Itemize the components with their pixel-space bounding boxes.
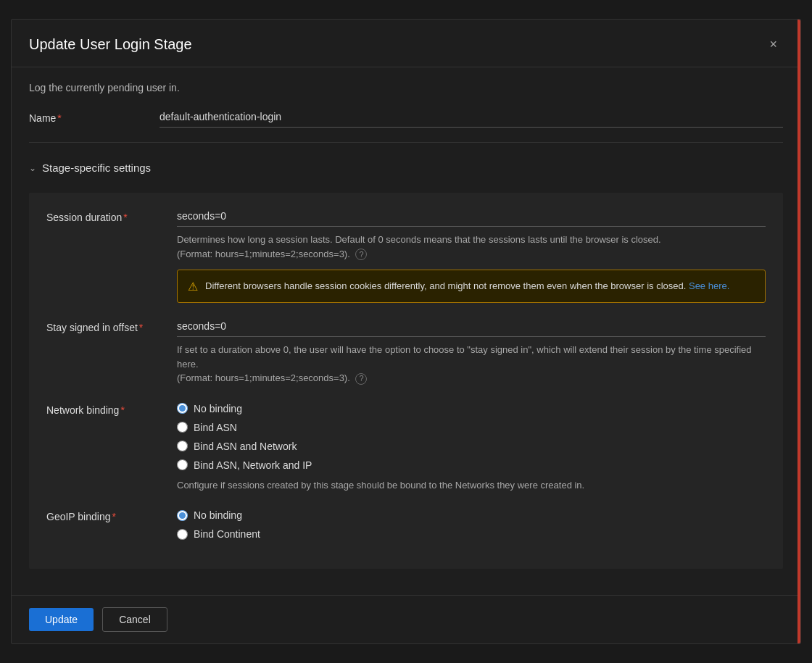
- network-label-bind-asn: Bind ASN: [194, 422, 237, 433]
- geoip-binding-wrap: No binding Bind Continent: [177, 506, 766, 540]
- modal-header: Update User Login Stage ×: [12, 20, 800, 67]
- geoip-radio-bind-continent[interactable]: [177, 529, 188, 540]
- network-binding-label: Network binding*: [46, 400, 177, 416]
- chevron-down-icon: ⌄: [29, 163, 36, 173]
- modal-overlay: Update User Login Stage × Log the curren…: [0, 0, 812, 663]
- geoip-option-no-binding[interactable]: No binding: [177, 509, 766, 521]
- section-header[interactable]: ⌄ Stage-specific settings: [29, 154, 783, 181]
- modal-accent-bar: [798, 20, 800, 643]
- network-binding-wrap: No binding Bind ASN Bind ASN and Network: [177, 400, 766, 493]
- modal-body: Log the currently pending user in. Name*…: [12, 67, 800, 595]
- network-option-bind-asn-network-ip[interactable]: Bind ASN, Network and IP: [177, 459, 766, 471]
- session-duration-desc: Determines how long a session lasts. Def…: [177, 233, 766, 261]
- close-button[interactable]: ×: [763, 34, 783, 55]
- name-input-wrap: [160, 108, 783, 128]
- name-label: Name*: [29, 108, 160, 124]
- settings-section: Session duration* Determines how long a …: [29, 193, 783, 569]
- modal-subtitle: Log the currently pending user in.: [29, 82, 783, 93]
- update-button[interactable]: Update: [29, 608, 94, 631]
- stay-signed-label: Stay signed in offset*: [46, 317, 177, 333]
- modal-footer: Update Cancel: [12, 595, 800, 643]
- session-duration-help-icon[interactable]: ?: [355, 249, 367, 260]
- geoip-option-bind-continent[interactable]: Bind Continent: [177, 528, 766, 540]
- stay-signed-input[interactable]: [177, 317, 766, 337]
- network-radio-bind-asn-network-ip[interactable]: [177, 459, 188, 470]
- geoip-label-bind-continent: Bind Continent: [194, 528, 260, 540]
- session-duration-input[interactable]: [177, 207, 766, 227]
- session-duration-wrap: Determines how long a session lasts. Def…: [177, 207, 766, 303]
- network-option-no-binding[interactable]: No binding: [177, 403, 766, 414]
- geoip-radio-no-binding[interactable]: [177, 510, 188, 521]
- network-radio-no-binding[interactable]: [177, 403, 188, 414]
- geoip-label-no-binding: No binding: [194, 509, 242, 521]
- session-warning-box: ⚠ Different browsers handle session cook…: [177, 270, 766, 303]
- modal-dialog: Update User Login Stage × Log the curren…: [11, 19, 801, 644]
- geoip-binding-row: GeoIP binding* No binding Bind Continent: [46, 506, 766, 540]
- network-label-no-binding: No binding: [194, 403, 242, 414]
- network-radio-bind-asn-network[interactable]: [177, 441, 188, 451]
- section-header-label: Stage-specific settings: [42, 162, 151, 174]
- cancel-button[interactable]: Cancel: [102, 607, 167, 632]
- stay-signed-row: Stay signed in offset* If set to a durat…: [46, 317, 766, 385]
- network-binding-radio-group: No binding Bind ASN Bind ASN and Network: [177, 403, 766, 471]
- divider: [29, 142, 783, 143]
- network-binding-row: Network binding* No binding Bind ASN: [46, 400, 766, 493]
- modal-title: Update User Login Stage: [29, 36, 192, 53]
- stay-signed-wrap: If set to a duration above 0, the user w…: [177, 317, 766, 385]
- session-duration-row: Session duration* Determines how long a …: [46, 207, 766, 303]
- geoip-binding-radio-group: No binding Bind Continent: [177, 509, 766, 540]
- session-duration-label: Session duration*: [46, 207, 177, 223]
- network-option-bind-asn[interactable]: Bind ASN: [177, 422, 766, 433]
- name-input[interactable]: [160, 108, 783, 128]
- network-option-bind-asn-network[interactable]: Bind ASN and Network: [177, 441, 766, 452]
- name-field-row: Name*: [29, 108, 783, 128]
- network-radio-bind-asn[interactable]: [177, 422, 188, 433]
- stay-signed-desc: If set to a duration above 0, the user w…: [177, 343, 766, 385]
- geoip-binding-label: GeoIP binding*: [46, 506, 177, 522]
- warning-link[interactable]: See here.: [689, 280, 729, 291]
- warning-text: Different browsers handle session cookie…: [205, 279, 729, 293]
- stay-signed-help-icon[interactable]: ?: [355, 373, 367, 385]
- network-label-bind-asn-network-ip: Bind ASN, Network and IP: [194, 459, 312, 471]
- network-binding-desc: Configure if sessions created by this st…: [177, 478, 766, 493]
- network-label-bind-asn-network: Bind ASN and Network: [194, 441, 297, 452]
- warning-icon: ⚠: [188, 280, 198, 293]
